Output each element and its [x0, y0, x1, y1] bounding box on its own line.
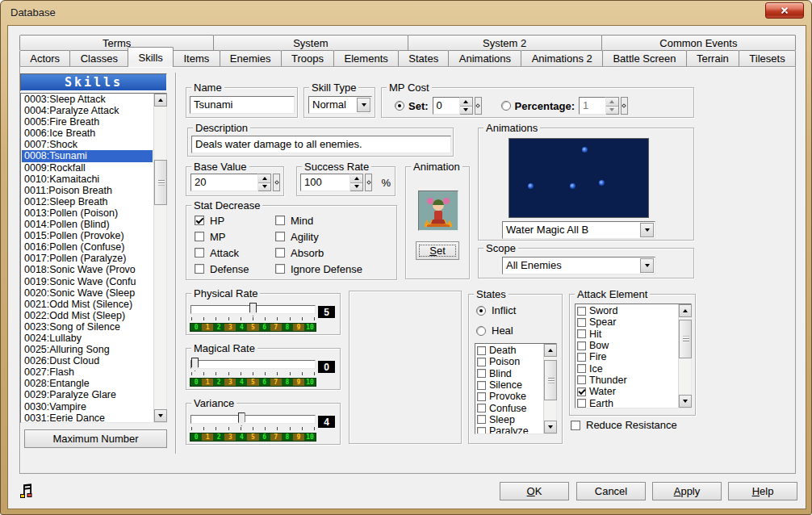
- checkbox[interactable]: [577, 387, 586, 396]
- heal-radio-row[interactable]: Heal: [476, 324, 513, 337]
- list-item[interactable]: 0010:Kamaitachi: [22, 174, 153, 185]
- checkbox[interactable]: [577, 364, 586, 373]
- scroll-down-button[interactable]: [679, 395, 692, 408]
- music-note-icon[interactable]: [18, 483, 36, 500]
- apply-button[interactable]: Apply: [652, 482, 722, 500]
- skill-type-dropdown[interactable]: Normal: [308, 96, 372, 114]
- checkbox-item[interactable]: Fire: [577, 351, 691, 362]
- spin-up-icon[interactable]: [460, 98, 472, 107]
- mp-percentage-spinner[interactable]: 1: [579, 97, 628, 115]
- list-item[interactable]: 0012:Sleep Breath: [22, 196, 153, 207]
- base-value-input[interactable]: 20: [190, 174, 258, 191]
- list-item[interactable]: 0009:Rockfall: [22, 162, 153, 174]
- attack-element-list[interactable]: SwordSpearHitBowFireIceThunderWaterEarth: [575, 304, 692, 408]
- reduce-resistance-row[interactable]: Reduce Resistance: [571, 419, 677, 431]
- mp-set-spinner[interactable]: 0: [433, 97, 482, 115]
- scroll-up-button[interactable]: [154, 94, 167, 107]
- slider-thumb[interactable]: [238, 412, 245, 426]
- states-scrollbar[interactable]: [543, 344, 556, 433]
- checkbox[interactable]: [477, 427, 486, 434]
- tab-items[interactable]: Items: [173, 50, 220, 66]
- scrollbar-thumb[interactable]: [154, 160, 167, 205]
- list-item[interactable]: 0011:Poison Breath: [22, 185, 153, 196]
- checkbox[interactable]: [577, 307, 586, 316]
- checkbox[interactable]: [275, 248, 285, 258]
- ok-button[interactable]: OK: [500, 482, 569, 500]
- success-rate-input[interactable]: 100: [300, 174, 350, 191]
- checkbox-item[interactable]: Ignore Defense: [275, 261, 362, 277]
- title-bar[interactable]: Database: [1, 1, 811, 25]
- checkbox[interactable]: [275, 216, 285, 225]
- dropdown-button[interactable]: [357, 98, 370, 112]
- tab-group-terms[interactable]: Terms: [19, 35, 214, 50]
- scope-dropdown[interactable]: All Enemies: [502, 257, 655, 274]
- checkbox[interactable]: [195, 216, 204, 225]
- list-item[interactable]: 0029:Paralyze Glare: [22, 389, 153, 400]
- inflict-radio[interactable]: [476, 306, 486, 316]
- variance-slider[interactable]: [190, 415, 316, 424]
- magical-rate-slider[interactable]: [190, 360, 316, 369]
- list-item[interactable]: 0007:Shock: [22, 139, 153, 150]
- spin-up-icon[interactable]: [606, 98, 618, 107]
- list-item[interactable]: 0021:Odd Mist (Silence): [22, 299, 153, 310]
- checkbox-item[interactable]: Hit: [577, 329, 691, 340]
- spin-down-icon[interactable]: [350, 183, 362, 191]
- tab-animations2[interactable]: Animations 2: [521, 50, 603, 66]
- slider-thumb[interactable]: [191, 358, 199, 371]
- tab-skills[interactable]: Skills: [128, 47, 174, 67]
- mp-set-radio[interactable]: [395, 101, 404, 111]
- checkbox[interactable]: [195, 264, 204, 274]
- list-item[interactable]: 0026:Dust Cloud: [22, 355, 153, 366]
- checkbox-item[interactable]: Attack: [195, 245, 275, 261]
- checkbox[interactable]: [577, 353, 586, 362]
- checkbox[interactable]: [477, 381, 486, 390]
- tab-tilesets[interactable]: Tilesets: [739, 50, 796, 66]
- tab-troops[interactable]: Troops: [281, 50, 335, 66]
- animation-set-button[interactable]: Set: [416, 241, 459, 260]
- checkbox-item[interactable]: MP: [195, 228, 275, 245]
- checkbox-item[interactable]: Earth: [577, 397, 691, 408]
- list-item[interactable]: 0030:Vampire: [22, 401, 153, 412]
- checkbox-item[interactable]: Bow: [577, 340, 691, 351]
- checkbox-item[interactable]: Agility: [275, 228, 362, 245]
- list-item[interactable]: 0003:Sleep Attack: [22, 94, 153, 105]
- list-item[interactable]: 0014:Pollen (Blind): [22, 219, 153, 230]
- attack-element-scrollbar[interactable]: [678, 304, 691, 408]
- checkbox[interactable]: [577, 341, 586, 350]
- list-item[interactable]: 0031:Eerie Dance: [22, 412, 153, 423]
- checkbox-item[interactable]: Water: [577, 386, 691, 397]
- slider-thumb[interactable]: [249, 303, 257, 316]
- tab-battle-screen[interactable]: Battle Screen: [602, 50, 687, 66]
- spin-up-icon[interactable]: [258, 174, 270, 183]
- description-input[interactable]: Deals water damage to all enemies.: [191, 136, 451, 153]
- scrollbar-thumb[interactable]: [679, 320, 692, 358]
- checkbox-item[interactable]: Thunder: [577, 375, 691, 386]
- close-button[interactable]: [765, 2, 804, 19]
- tab-states[interactable]: States: [398, 50, 449, 66]
- list-item[interactable]: 0008:Tsunami: [22, 150, 153, 161]
- physical-rate-slider[interactable]: [190, 305, 316, 314]
- list-item[interactable]: 0017:Pollen (Paralyze): [22, 253, 153, 264]
- list-item[interactable]: 0005:Fire Breath: [22, 116, 153, 128]
- list-item[interactable]: 0028:Entangle: [22, 378, 153, 389]
- tab-group-system2[interactable]: System 2: [408, 35, 602, 50]
- checkbox[interactable]: [577, 399, 586, 408]
- list-item[interactable]: 0027:Flash: [22, 366, 153, 378]
- skills-scrollbar[interactable]: [153, 94, 166, 422]
- spin-down-icon[interactable]: [460, 107, 472, 115]
- list-item[interactable]: 0020:Sonic Wave (Sleep: [22, 287, 153, 299]
- scroll-up-button[interactable]: [679, 304, 692, 317]
- skills-list[interactable]: 0003:Sleep Attack0004:Paralyze Attack000…: [20, 93, 167, 423]
- heal-radio[interactable]: [476, 326, 486, 336]
- checkbox-item[interactable]: Spear: [577, 316, 691, 328]
- list-item[interactable]: 0004:Paralyze Attack: [22, 105, 153, 116]
- scroll-down-button[interactable]: [544, 421, 557, 433]
- list-item[interactable]: 0024:Lullaby: [22, 333, 153, 344]
- animation-dropdown[interactable]: Water Magic All B: [502, 221, 655, 239]
- tab-group-common-events[interactable]: Common Events: [601, 35, 796, 50]
- reduce-resistance-checkbox[interactable]: [571, 421, 580, 430]
- maximum-number-button[interactable]: Maximum Number: [24, 429, 167, 448]
- checkbox[interactable]: [477, 358, 486, 366]
- spin-down-icon[interactable]: [606, 107, 618, 115]
- checkbox[interactable]: [477, 392, 486, 401]
